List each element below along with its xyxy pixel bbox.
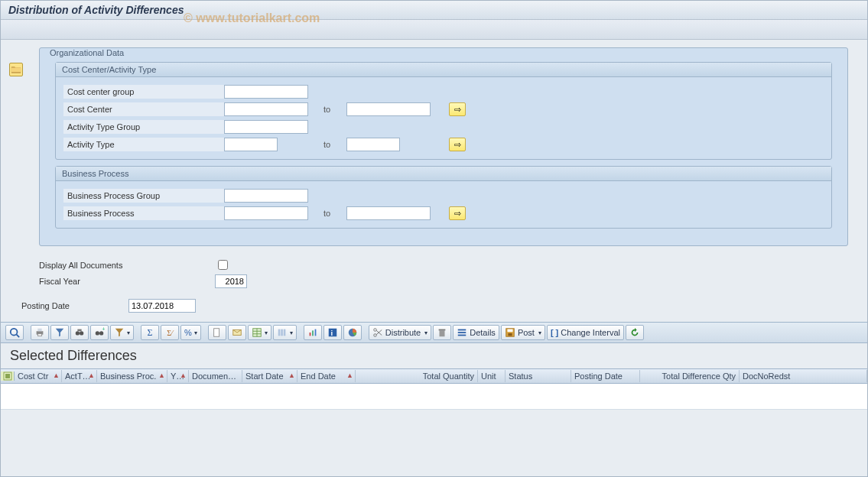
alv-sum-button[interactable]: Σ [141,325,159,340]
col-business-proc[interactable]: Business Proc.▲ [97,370,167,382]
alv-percent-button[interactable]: %▾ [180,325,201,340]
selection-screen-content: Organizational Data Cost Center/Activity… [1,40,867,313]
spreadsheet-icon [252,327,262,338]
select-all-icon [3,372,12,381]
sort-asc-icon: ▲ [53,372,60,379]
svg-text:+: + [102,327,106,332]
alv-print-button[interactable] [31,325,49,340]
cost-center-multi-select-button[interactable]: ⇨ [449,102,466,116]
alv-info-button[interactable]: i [323,325,342,340]
svg-line-28 [376,330,382,335]
svg-rect-34 [458,335,467,336]
bp-from-input[interactable] [224,206,308,220]
alv-details-button[interactable]: Details [453,325,499,340]
svg-point-8 [96,331,99,335]
details-label: Details [470,328,496,337]
svg-rect-4 [37,334,41,336]
col-act-type[interactable]: ActT…▲ [62,370,97,382]
side-panel-toggle-button[interactable] [9,63,23,76]
detail-lens-icon [9,327,20,338]
alv-find-button[interactable] [70,325,89,340]
alv-grid-body-empty [1,384,867,410]
cost-center-to-input[interactable] [346,102,431,116]
bp-group-label: Business Process Group [63,189,224,203]
activity-type-group-input[interactable] [224,120,308,134]
alv-delete-button[interactable] [433,325,451,340]
binoculars-plus-icon: + [94,327,105,338]
business-process-section: Business Process Business Process Group … [55,166,832,229]
alv-pie-button[interactable] [343,325,362,340]
alv-post-button[interactable]: Post▾ [501,325,545,340]
svg-rect-20 [309,333,310,336]
col-status[interactable]: Status [506,370,571,382]
svg-rect-36 [507,329,512,333]
funnel-icon [54,327,65,338]
activity-type-label: Activity Type [63,138,224,151]
activity-type-to-input[interactable] [346,138,400,151]
svg-rect-7 [77,329,81,332]
svg-point-27 [374,334,377,337]
sigma-icon: Σ [148,327,153,339]
refresh-icon [629,327,640,338]
display-all-label: Display All Documents [39,261,215,270]
alv-set-filter-button[interactable]: ▾ [110,325,134,340]
cost-center-from-input[interactable] [224,102,308,116]
cost-center-label: Cost Center [63,102,224,116]
bar-chart-icon [307,327,318,338]
alv-grid-header: Cost Ctr▲ ActT…▲ Business Proc.▲ Y…▲ Doc… [1,368,867,384]
window-title: Distribution of Activity Differences [1,1,867,20]
col-cost-ctr[interactable]: Cost Ctr▲ [15,370,62,382]
col-total-diff-qty[interactable]: Total Difference Qty [640,370,740,382]
posting-date-input[interactable] [128,299,196,313]
alv-refresh-button[interactable] [626,325,644,340]
percent-icon: % [184,328,192,337]
alv-detail-view-button[interactable] [5,325,24,340]
alv-layout-button[interactable]: ▾ [273,325,297,340]
arrow-right-icon: ⇨ [454,209,461,219]
display-all-checkbox[interactable] [218,260,228,270]
activity-type-from-input[interactable] [224,138,278,151]
cost-center-group-label: Cost center group [63,85,224,99]
alv-chart-button[interactable] [304,325,322,340]
alv-export-button[interactable] [208,325,226,340]
columns-icon [277,327,288,338]
bp-multi-select-button[interactable]: ⇨ [449,206,466,220]
alv-excel-button[interactable]: ▾ [248,325,271,340]
alv-subtotal-button[interactable]: Σ⁄ [161,325,179,340]
organizational-data-group: Organizational Data Cost Center/Activity… [39,47,848,246]
activity-type-multi-select-button[interactable]: ⇨ [449,138,466,151]
col-document[interactable]: Documen… [189,370,242,382]
fiscal-year-input[interactable] [215,274,247,288]
alv-toolbar: + ▾ Σ Σ⁄ %▾ ▾ ▾ i Distribute▾ Details Po… [1,322,867,343]
col-total-qty[interactable]: Total Quantity [356,370,478,382]
cost-center-group-input[interactable] [224,85,308,99]
col-year[interactable]: Y…▲ [167,370,189,382]
bp-to-input[interactable] [346,206,431,220]
sort-asc-icon: ▲ [158,372,165,379]
alv-distribute-button[interactable]: Distribute▾ [369,325,431,340]
interval-icon: [ ] [551,328,558,337]
alv-change-interval-button[interactable]: [ ] Change Interval [547,325,624,340]
svg-rect-30 [440,330,445,336]
posting-date-label: Posting Date [21,301,128,310]
col-posting-date[interactable]: Posting Date [571,370,640,382]
info-icon: i [327,327,338,338]
distribute-label: Distribute [385,328,421,337]
alv-mail-button[interactable] [228,325,246,340]
change-interval-label: Change Interval [561,328,620,337]
fiscal-year-label: Fiscal Year [39,277,215,286]
list-icon [457,327,467,338]
alv-filter-button[interactable] [50,325,69,340]
col-docno-redst[interactable]: DocNoRedst [740,370,867,382]
col-unit[interactable]: Unit [478,370,506,382]
col-start-date[interactable]: Start Date▲ [242,370,297,382]
alv-find-next-button[interactable]: + [90,325,109,340]
alv-select-all-button[interactable] [1,372,15,381]
bp-group-input[interactable] [224,189,308,203]
funnel-bar-icon [114,327,125,338]
svg-point-5 [76,331,80,335]
col-end-date[interactable]: End Date▲ [297,370,356,382]
svg-rect-31 [439,329,446,331]
printer-icon [34,327,45,338]
sort-asc-icon: ▲ [88,372,95,379]
